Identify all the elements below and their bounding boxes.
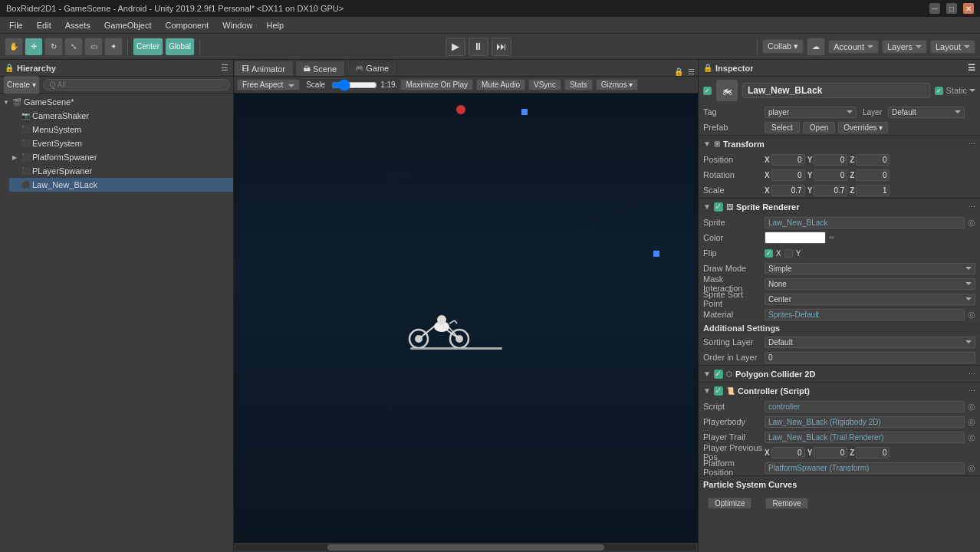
optimize-btn[interactable]: Optimize — [708, 498, 751, 509]
layer-dropdown[interactable]: Default — [888, 107, 965, 118]
ctrl-checkbox[interactable]: ✓ — [714, 386, 723, 396]
maximize-button[interactable]: □ — [946, 3, 957, 14]
obj-active-checkbox[interactable]: ✓ — [703, 87, 712, 95]
hier-item-camerashaker[interactable]: 📷 CameraShaker — [9, 109, 233, 123]
tool-all[interactable]: ✦ — [104, 38, 123, 56]
step-button[interactable]: ⏭ — [492, 38, 511, 56]
cloud-button[interactable]: ☁ — [807, 38, 825, 56]
layout-dropdown[interactable]: Layout — [930, 40, 975, 54]
hier-item-lawnewblack[interactable]: ⬛ Law_New_BLack — [9, 178, 233, 192]
scale-slider[interactable] — [331, 79, 377, 91]
tab-game[interactable]: 🎮 Game — [347, 61, 397, 76]
script-target-icon[interactable]: ◎ — [968, 402, 975, 412]
scale-z-input[interactable] — [856, 185, 890, 196]
obj-name-input[interactable] — [742, 83, 930, 98]
material-link[interactable]: Sprites-Default — [765, 309, 965, 320]
tab-scene[interactable]: 🏔 Scene — [295, 61, 345, 76]
transform-header[interactable]: ▼ ⊞ Transform ⋯ — [699, 135, 980, 152]
sorting-layer-dropdown[interactable]: Default — [765, 337, 975, 348]
script-link[interactable]: controller — [765, 401, 965, 412]
menu-window[interactable]: Window — [216, 19, 258, 31]
tab-animator[interactable]: 🎞 Animator — [234, 61, 294, 76]
horizontal-scrollbar[interactable] — [234, 543, 698, 552]
maximize-btn[interactable]: Maximize On Play — [400, 79, 473, 90]
mute-btn[interactable]: Mute Audio — [476, 79, 525, 90]
pc-checkbox[interactable]: ✓ — [714, 370, 723, 379]
menu-edit[interactable]: Edit — [31, 19, 58, 31]
prev-z-input[interactable] — [856, 447, 890, 458]
pause-button[interactable]: ⏸ — [469, 38, 488, 56]
tool-scale[interactable]: ⤡ — [64, 38, 83, 56]
sr-menu[interactable]: ⋯ — [968, 203, 975, 211]
hier-item-playerspwaner[interactable]: ⬛ PLayerSpwaner — [9, 164, 233, 178]
tool-rect[interactable]: ▭ — [84, 38, 103, 56]
static-checkbox[interactable]: ✓ — [935, 87, 943, 95]
flip-y-checkbox[interactable] — [784, 249, 793, 258]
rot-z-input[interactable] — [856, 169, 890, 181]
menu-help[interactable]: Help — [260, 19, 290, 31]
account-dropdown[interactable]: Account — [828, 40, 879, 54]
sort-point-dropdown[interactable]: Center — [765, 294, 975, 305]
menu-assets[interactable]: Assets — [59, 19, 97, 31]
hier-item-eventsystem[interactable]: ⬛ EventSystem — [9, 136, 233, 150]
sprite-link[interactable]: Law_New_BLack — [765, 217, 965, 228]
color-picker[interactable] — [765, 232, 826, 244]
center-button[interactable]: Center — [133, 38, 163, 56]
tool-hand[interactable]: ✋ — [5, 38, 23, 56]
tool-rotate[interactable]: ↻ — [44, 38, 63, 56]
select-btn[interactable]: Select — [765, 122, 800, 133]
rot-y-input[interactable] — [814, 169, 847, 181]
pos-x-input[interactable] — [771, 154, 805, 166]
static-arrow[interactable] — [969, 89, 975, 92]
sprite-renderer-header[interactable]: ▼ ✓ 🖼 Sprite Renderer ⋯ — [699, 198, 980, 215]
mask-dropdown[interactable]: None — [765, 278, 975, 290]
pos-z-input[interactable] — [856, 154, 890, 166]
trail-link[interactable]: Law_New_BLack (Trail Renderer) — [765, 432, 965, 443]
minimize-button[interactable]: ─ — [929, 3, 940, 14]
platform-pos-target-icon[interactable]: ◎ — [968, 463, 975, 473]
material-target-icon[interactable]: ◎ — [968, 310, 975, 320]
transform-menu[interactable]: ⋯ — [968, 140, 975, 148]
inspector-menu-icon[interactable]: ☰ — [968, 63, 975, 73]
menu-gameobject[interactable]: GameObject — [98, 19, 158, 31]
prev-y-input[interactable] — [814, 447, 847, 458]
vsync-btn[interactable]: VSync — [528, 79, 561, 90]
pos-y-input[interactable] — [814, 154, 847, 166]
color-edit-icon[interactable]: ✏ — [829, 234, 835, 242]
controller-header[interactable]: ▼ ✓ 📜 Controller (Script) ⋯ — [699, 382, 980, 399]
flip-x-checkbox[interactable]: ✓ — [765, 249, 773, 258]
hier-item-platformspwaner[interactable]: ▶ ⬛ PlatformSpwaner — [9, 150, 233, 164]
menu-component[interactable]: Component — [159, 19, 215, 31]
order-input[interactable] — [765, 352, 975, 363]
hier-item-menusystem[interactable]: ⬛ MenuSystem — [9, 123, 233, 136]
play-button[interactable]: ▶ — [446, 38, 465, 56]
additional-settings-header[interactable]: Additional Settings — [699, 322, 980, 334]
pc-menu[interactable]: ⋯ — [968, 370, 975, 378]
scale-x-input[interactable] — [771, 185, 805, 196]
overrides-btn[interactable]: Overrides ▾ — [838, 122, 888, 133]
ctrl-menu[interactable]: ⋯ — [968, 387, 975, 395]
prev-x-input[interactable] — [771, 447, 805, 458]
hierarchy-menu-icon[interactable]: ☰ — [221, 63, 229, 73]
platform-pos-link[interactable]: PlatformSpwaner (Transform) — [765, 462, 965, 474]
playerbody-target-icon[interactable]: ◎ — [968, 417, 975, 427]
stats-btn[interactable]: Stats — [564, 79, 593, 90]
draw-mode-dropdown[interactable]: Simple — [765, 263, 975, 274]
aspect-dropdown[interactable]: Free Aspect — [237, 79, 300, 90]
scrollbar-thumb[interactable] — [327, 544, 604, 550]
view-menu-icon[interactable]: ☰ — [688, 67, 695, 76]
sprite-target-icon[interactable]: ◎ — [968, 218, 975, 228]
hierarchy-search[interactable] — [43, 79, 230, 90]
layers-dropdown[interactable]: Layers — [882, 40, 927, 54]
gizmos-btn[interactable]: Gizmos ▾ — [596, 79, 639, 90]
tool-move[interactable]: ✛ — [25, 38, 43, 56]
hier-item-gamescene[interactable]: ▼ 🎬 GameScene* — [0, 95, 233, 109]
polygon-collider-header[interactable]: ▼ ✓ ⬡ Polygon Collider 2D ⋯ — [699, 365, 980, 382]
tag-dropdown[interactable]: player — [765, 107, 857, 118]
remove-btn[interactable]: Remove — [765, 498, 807, 509]
trail-target-icon[interactable]: ◎ — [968, 432, 975, 442]
sr-checkbox[interactable]: ✓ — [714, 202, 723, 212]
hierarchy-create-btn[interactable]: Create ▾ — [3, 76, 40, 94]
close-button[interactable]: ✕ — [963, 3, 974, 14]
scale-y-input[interactable] — [814, 185, 847, 196]
